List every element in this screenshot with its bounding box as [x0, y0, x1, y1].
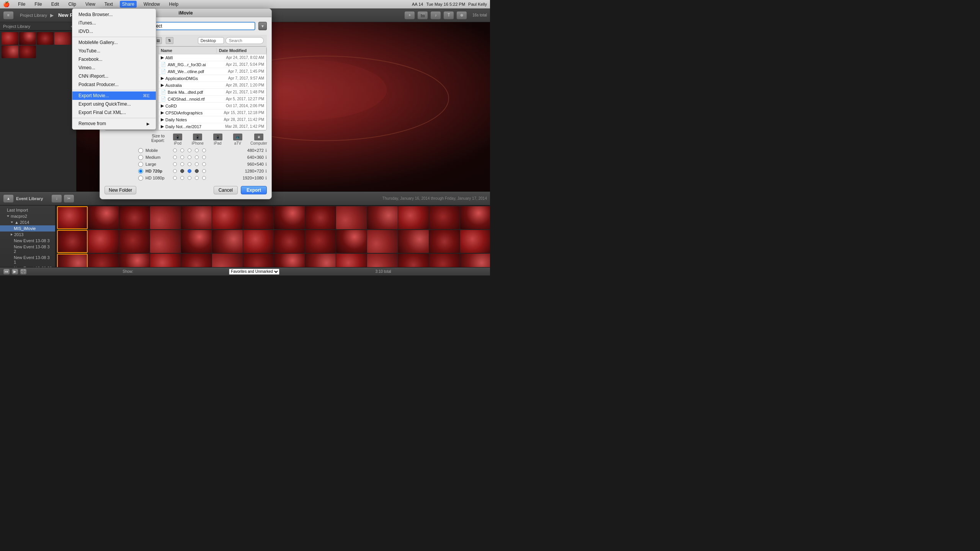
- project-thumb[interactable]: [54, 32, 71, 45]
- film-clip[interactable]: [429, 206, 460, 229]
- sidebar-macpro2[interactable]: macpro2: [0, 213, 55, 219]
- sidebar-mis-imovie[interactable]: MIS_iMovie: [0, 225, 55, 231]
- film-clip[interactable]: [181, 230, 212, 253]
- film-clip[interactable]: [336, 230, 367, 253]
- menu-vimeo[interactable]: Vimeo...: [72, 64, 156, 72]
- new-folder-button[interactable]: New Folder: [105, 186, 136, 194]
- film-clip[interactable]: [88, 230, 119, 253]
- rewind-button[interactable]: ⏮: [3, 269, 10, 275]
- play-button[interactable]: ▶: [11, 269, 18, 275]
- file-row[interactable]: ▶Australia Apr 28, 2017, 1:20 PM: [158, 82, 266, 89]
- film-clip[interactable]: [274, 230, 305, 253]
- film-clip[interactable]: [150, 230, 181, 253]
- size-mobile-radio[interactable]: [138, 148, 143, 153]
- project-thumb[interactable]: [2, 46, 18, 58]
- size-hd1080-radio[interactable]: [138, 176, 143, 181]
- film-clip[interactable]: [88, 206, 119, 229]
- themes-button[interactable]: 🎬: [417, 11, 428, 20]
- film-clip[interactable]: [398, 206, 429, 229]
- menu-view[interactable]: View: [83, 1, 98, 8]
- menu-help[interactable]: Help: [167, 1, 181, 8]
- size-hd1080-info[interactable]: ℹ: [265, 176, 267, 181]
- film-clip[interactable]: [398, 230, 429, 253]
- menu-itunes[interactable]: iTunes...: [72, 19, 156, 27]
- film-clip[interactable]: [243, 206, 274, 229]
- film-clip[interactable]: [212, 206, 243, 229]
- menu-cnn[interactable]: CNN iReport...: [72, 72, 156, 80]
- size-large-info[interactable]: ℹ: [265, 162, 267, 167]
- size-medium-info[interactable]: ℹ: [265, 155, 267, 160]
- name-column-header[interactable]: Name: [158, 48, 217, 53]
- project-thumb[interactable]: [37, 32, 54, 45]
- menu-remove-from[interactable]: Remove from ▶: [72, 119, 156, 128]
- sidebar-2013[interactable]: 2013: [0, 231, 55, 238]
- film-clip[interactable]: [274, 206, 305, 229]
- import-button[interactable]: ↓: [51, 194, 62, 203]
- film-clip[interactable]: [119, 206, 150, 229]
- date-column-header[interactable]: Date Modified: [217, 48, 266, 53]
- film-clip[interactable]: [460, 230, 490, 253]
- file-row[interactable]: 📄Bank Ma...dted.pdf Apr 21, 2017, 1:48 P…: [158, 89, 266, 96]
- file-row[interactable]: ▶ApplicationDMGs Apr 7, 2017, 9:57 AM: [158, 75, 266, 82]
- menu-facebook[interactable]: Facebook...: [72, 55, 156, 64]
- film-clip[interactable]: [119, 230, 150, 253]
- sidebar-2014[interactable]: ▲ 2014: [0, 219, 55, 225]
- project-thumb[interactable]: [19, 32, 36, 45]
- menu-podcast[interactable]: Podcast Producer...: [72, 80, 156, 89]
- export-as-options-button[interactable]: ▼: [258, 22, 267, 30]
- project-thumb[interactable]: [19, 46, 36, 58]
- titles-button[interactable]: T: [443, 11, 454, 20]
- film-clip[interactable]: [243, 230, 274, 253]
- film-clip[interactable]: [150, 206, 181, 229]
- file-row[interactable]: ▶CPSDiAnfographics Apr 15, 2017, 12:18 P…: [158, 109, 266, 116]
- menu-idvd[interactable]: iDVD...: [72, 27, 156, 36]
- film-clip[interactable]: [336, 206, 367, 229]
- size-mobile-info[interactable]: ℹ: [265, 148, 267, 153]
- menu-share[interactable]: Share: [120, 1, 137, 8]
- film-clip[interactable]: [429, 230, 460, 253]
- export-button[interactable]: Export: [241, 186, 267, 194]
- film-clip[interactable]: [367, 206, 398, 229]
- file-row[interactable]: ▶Daily Notes Apr 28, 2017, 11:42 PM: [158, 116, 266, 123]
- menu-media-browser[interactable]: Media Browser...: [72, 10, 156, 19]
- menu-clip[interactable]: Clip: [66, 1, 78, 8]
- arrange-button[interactable]: ⇅: [166, 37, 173, 44]
- menu-export-finalcut[interactable]: Export Final Cut XML...: [72, 108, 156, 117]
- apple-menu[interactable]: 🍎: [3, 1, 10, 7]
- menu-youtube[interactable]: YouTube...: [72, 47, 156, 55]
- search-input[interactable]: [225, 37, 264, 44]
- clip-tools-button[interactable]: ✂: [64, 194, 74, 203]
- project-library-button[interactable]: ≡: [3, 11, 14, 20]
- sidebar-event-1[interactable]: New Event 13-08 3: [0, 238, 55, 244]
- sidebar-event-2[interactable]: New Event 13-08 3 2: [0, 244, 55, 254]
- cancel-button[interactable]: Cancel: [214, 186, 238, 194]
- file-row[interactable]: 📄AMI_We...ctline.pdf Apr 7, 2017, 1:45 P…: [158, 68, 266, 75]
- film-clip[interactable]: [181, 206, 212, 229]
- film-clip[interactable]: [57, 206, 88, 229]
- menu-file[interactable]: File: [32, 1, 44, 8]
- add-media-button[interactable]: +: [404, 11, 415, 20]
- file-row[interactable]: ▶CoRD Oct 17, 2014, 2:06 PM: [158, 103, 266, 109]
- menu-export-quicktime[interactable]: Export using QuickTime...: [72, 100, 156, 108]
- project-thumb[interactable]: [2, 32, 18, 45]
- file-row[interactable]: 📄AMI_RG...r_for3D.ai Apr 21, 2017, 5:04 …: [158, 61, 266, 68]
- menu-imovie[interactable]: File: [16, 1, 28, 8]
- show-dropdown[interactable]: Favorites and Unmarked: [229, 269, 279, 275]
- size-hd720-info[interactable]: ℹ: [265, 169, 267, 174]
- film-clip[interactable]: [305, 230, 336, 253]
- menu-window[interactable]: Window: [141, 1, 162, 8]
- menu-export-movie[interactable]: Export Movie... ⌘E: [72, 91, 156, 100]
- fullscreen-button[interactable]: ⛶: [20, 269, 27, 275]
- file-row[interactable]: ▶Daily Not...rte/2017 Mar 28, 2017, 1:42…: [158, 123, 266, 130]
- menu-text[interactable]: Text: [102, 1, 115, 8]
- file-row[interactable]: 📄C4DShad...nnoid.rtf Apr 5, 2017, 12:27 …: [158, 96, 266, 103]
- film-clip[interactable]: [212, 230, 243, 253]
- menu-edit[interactable]: Edit: [49, 1, 62, 8]
- sidebar-event-3[interactable]: New Event 13-08 3 1: [0, 254, 55, 265]
- menu-mobileme[interactable]: MobileMe Gallery...: [72, 38, 156, 47]
- size-medium-radio[interactable]: [138, 155, 143, 160]
- file-row[interactable]: ▶AMI Apr 24, 2017, 8:02 AM: [158, 54, 266, 61]
- size-large-radio[interactable]: [138, 162, 143, 167]
- film-clip[interactable]: [305, 206, 336, 229]
- event-library-toggle[interactable]: ▲: [3, 194, 14, 203]
